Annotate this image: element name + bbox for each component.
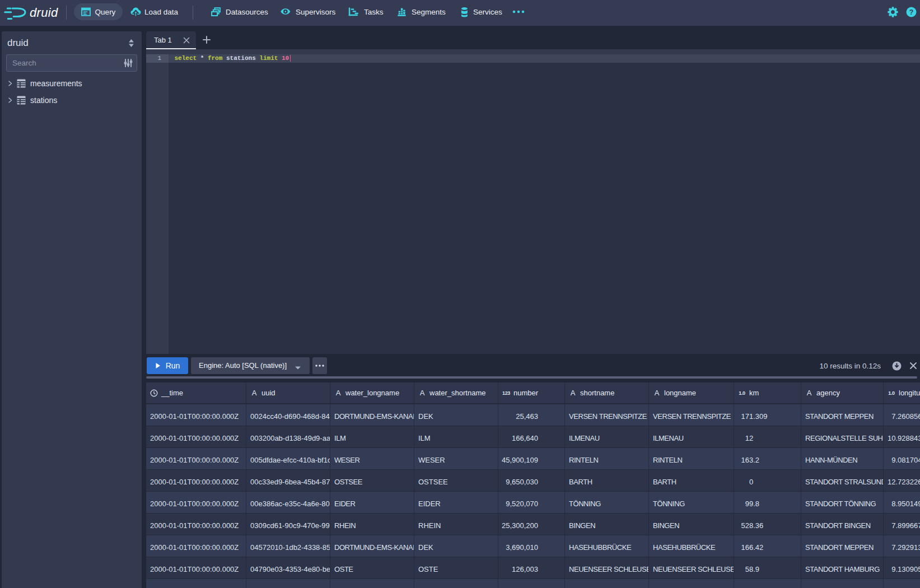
- svg-text:?: ?: [909, 8, 914, 16]
